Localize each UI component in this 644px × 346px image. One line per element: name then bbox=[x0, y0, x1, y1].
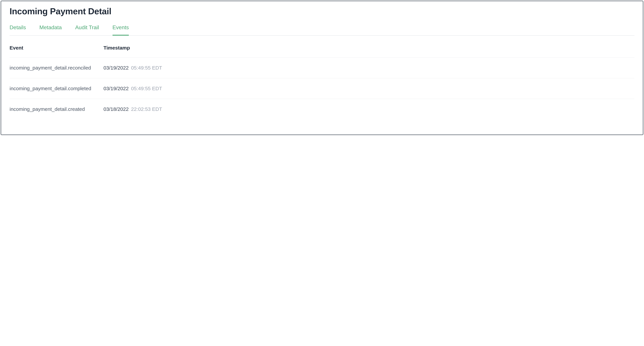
column-header-timestamp: Timestamp bbox=[104, 45, 634, 51]
tab-bar: Details Metadata Audit Trail Events bbox=[10, 24, 634, 36]
column-header-event: Event bbox=[10, 45, 104, 51]
event-name: incoming_payment_detail.reconciled bbox=[10, 65, 104, 71]
timestamp-time: 22:02:53 EDT bbox=[131, 106, 162, 112]
events-table-header: Event Timestamp bbox=[10, 36, 634, 58]
tab-audit-trail[interactable]: Audit Trail bbox=[75, 24, 99, 35]
event-name: incoming_payment_detail.created bbox=[10, 106, 104, 112]
timestamp-time: 05:49:55 EDT bbox=[131, 65, 162, 71]
tab-details[interactable]: Details bbox=[10, 24, 26, 35]
detail-panel: Incoming Payment Detail Details Metadata… bbox=[1, 1, 643, 135]
tab-events[interactable]: Events bbox=[112, 24, 129, 35]
table-row[interactable]: incoming_payment_detail.created 03/18/20… bbox=[10, 99, 634, 119]
event-name: incoming_payment_detail.completed bbox=[10, 86, 104, 91]
page-title: Incoming Payment Detail bbox=[10, 6, 634, 16]
event-timestamp: 03/19/2022 05:49:55 EDT bbox=[104, 65, 634, 71]
event-timestamp: 03/18/2022 22:02:53 EDT bbox=[104, 106, 634, 112]
tab-metadata[interactable]: Metadata bbox=[40, 24, 62, 35]
timestamp-time: 05:49:55 EDT bbox=[131, 86, 162, 91]
table-row[interactable]: incoming_payment_detail.completed 03/19/… bbox=[10, 78, 634, 99]
timestamp-date: 03/19/2022 bbox=[104, 86, 129, 91]
event-timestamp: 03/19/2022 05:49:55 EDT bbox=[104, 86, 634, 91]
timestamp-date: 03/19/2022 bbox=[104, 65, 129, 71]
timestamp-date: 03/18/2022 bbox=[104, 106, 129, 112]
table-row[interactable]: incoming_payment_detail.reconciled 03/19… bbox=[10, 58, 634, 78]
